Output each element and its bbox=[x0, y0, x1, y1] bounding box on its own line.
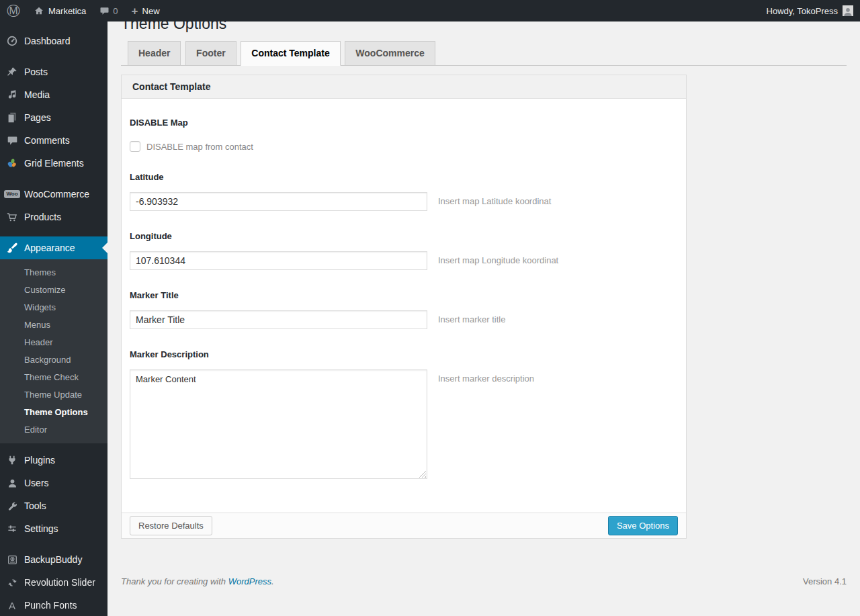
site-name: Marketica bbox=[48, 6, 86, 16]
appearance-submenu: Themes Customize Widgets Menus Header Ba… bbox=[0, 259, 108, 443]
sidebar-item-label: Settings bbox=[24, 523, 58, 534]
save-options-button[interactable]: Save Options bbox=[608, 516, 678, 535]
submenu-item-themes[interactable]: Themes bbox=[0, 264, 108, 281]
site-name-menu[interactable]: Marketica bbox=[27, 0, 93, 21]
marker-title-hint: Insert marker title bbox=[438, 314, 505, 324]
punch-fonts-icon: A bbox=[5, 599, 19, 612]
sidebar-item-posts[interactable]: Posts bbox=[0, 60, 108, 83]
appearance-icon bbox=[5, 241, 19, 255]
comment-bubble-icon bbox=[99, 6, 110, 16]
woocommerce-icon: Woo bbox=[5, 187, 19, 201]
sidebar-item-plugins[interactable]: Plugins bbox=[0, 449, 108, 472]
sidebar-item-woocommerce[interactable]: Woo WooCommerce bbox=[0, 183, 108, 206]
avatar bbox=[843, 5, 853, 16]
latitude-label: Latitude bbox=[130, 172, 678, 182]
sidebar-item-dashboard[interactable]: Dashboard bbox=[0, 30, 108, 52]
submenu-item-header[interactable]: Header bbox=[0, 334, 108, 351]
submenu-item-customize[interactable]: Customize bbox=[0, 281, 108, 299]
cart-icon bbox=[5, 210, 19, 224]
pages-icon bbox=[5, 111, 19, 124]
sidebar-item-backupbuddy[interactable]: BackupBuddy bbox=[0, 548, 108, 571]
panel-footer: Restore Defaults Save Options bbox=[122, 513, 686, 538]
sidebar-item-label: Comments bbox=[24, 135, 70, 146]
plus-icon: + bbox=[132, 5, 138, 17]
dashboard-icon bbox=[5, 34, 19, 48]
wordpress-logo-menu[interactable]: Ⓜ bbox=[0, 0, 27, 21]
sidebar-item-pages[interactable]: Pages bbox=[0, 106, 108, 129]
revolution-slider-icon bbox=[5, 576, 19, 589]
marker-description-hint: Insert marker description bbox=[438, 373, 534, 384]
comments-icon bbox=[5, 134, 19, 147]
latitude-hint: Insert map Latitude koordinat bbox=[438, 196, 551, 206]
marker-description-textarea[interactable]: Marker Content bbox=[130, 369, 427, 479]
new-label: New bbox=[142, 6, 160, 16]
sidebar-item-comments[interactable]: Comments bbox=[0, 129, 108, 152]
tab-header[interactable]: Header bbox=[128, 41, 181, 66]
disable-map-checkbox[interactable] bbox=[130, 141, 140, 152]
submenu-item-theme-options[interactable]: Theme Options bbox=[0, 404, 108, 421]
admin-bar: Ⓜ Marketica 0 + New Howdy, TokoPress bbox=[0, 0, 860, 21]
admin-sidebar: Dashboard Posts Media Pages Comments bbox=[0, 21, 108, 616]
panel-title: Contact Template bbox=[122, 75, 686, 99]
footer-thanks-text: Thank you for creating with bbox=[121, 576, 226, 586]
menu-separator bbox=[0, 443, 108, 449]
sidebar-item-grid-elements[interactable]: Grid Elements bbox=[0, 152, 108, 175]
sidebar-item-appearance[interactable]: Appearance bbox=[0, 236, 108, 259]
sidebar-item-label: Grid Elements bbox=[24, 158, 84, 169]
panel-body: DISABLE Map DISABLE map from contact Lat… bbox=[122, 118, 686, 513]
latitude-row: Insert map Latitude koordinat bbox=[130, 192, 678, 211]
sidebar-item-label: Tools bbox=[24, 500, 46, 511]
longitude-hint: Insert map Longitude koordinat bbox=[438, 255, 558, 265]
menu-separator bbox=[0, 52, 108, 60]
settings-icon bbox=[5, 522, 19, 535]
comment-count: 0 bbox=[113, 6, 118, 16]
sidebar-item-label: Users bbox=[24, 478, 49, 488]
sidebar-item-users[interactable]: Users bbox=[0, 472, 108, 494]
sidebar-item-media[interactable]: Media bbox=[0, 83, 108, 106]
menu-separator bbox=[0, 540, 108, 548]
sidebar-item-label: Revolution Slider bbox=[24, 577, 95, 588]
contact-template-panel: Contact Template DISABLE Map DISABLE map… bbox=[121, 75, 687, 539]
sidebar-item-label: Dashboard bbox=[24, 36, 71, 46]
sidebar-item-tools[interactable]: Tools bbox=[0, 494, 108, 517]
sidebar-item-settings[interactable]: Settings bbox=[0, 517, 108, 540]
tab-woocommerce[interactable]: WooCommerce bbox=[345, 41, 435, 66]
users-icon bbox=[5, 476, 19, 490]
sidebar-item-products[interactable]: Products bbox=[0, 206, 108, 228]
marker-title-input[interactable] bbox=[130, 310, 427, 329]
sidebar-item-punch-fonts[interactable]: A Punch Fonts bbox=[0, 594, 108, 616]
disable-map-checkbox-label: DISABLE map from contact bbox=[146, 142, 253, 152]
menu-separator bbox=[0, 228, 108, 236]
tab-contact-template[interactable]: Contact Template bbox=[241, 41, 340, 66]
submenu-item-menus[interactable]: Menus bbox=[0, 316, 108, 334]
submenu-item-editor[interactable]: Editor bbox=[0, 421, 108, 439]
grid-elements-icon bbox=[5, 157, 19, 170]
home-icon bbox=[34, 5, 44, 16]
disable-map-row: DISABLE map from contact bbox=[130, 141, 678, 152]
submenu-item-widgets[interactable]: Widgets bbox=[0, 299, 108, 316]
sidebar-item-revolution-slider[interactable]: Revolution Slider bbox=[0, 571, 108, 594]
submenu-item-theme-check[interactable]: Theme Check bbox=[0, 369, 108, 386]
marker-description-row: Marker Content Insert marker description bbox=[130, 369, 678, 479]
new-menu[interactable]: + New bbox=[125, 0, 167, 21]
media-icon bbox=[5, 88, 19, 101]
submenu-item-background[interactable]: Background bbox=[0, 351, 108, 369]
wordpress-link[interactable]: WordPress bbox=[228, 576, 271, 586]
restore-defaults-button[interactable]: Restore Defaults bbox=[130, 516, 212, 535]
plugin-icon bbox=[5, 453, 19, 467]
latitude-input[interactable] bbox=[130, 192, 427, 211]
tab-footer[interactable]: Footer bbox=[185, 41, 236, 66]
sidebar-item-label: WooCommerce bbox=[24, 189, 89, 200]
sidebar-item-label: Pages bbox=[24, 112, 51, 123]
comments-menu[interactable]: 0 bbox=[93, 0, 124, 21]
sidebar-item-label: Products bbox=[24, 212, 61, 222]
submenu-item-theme-update[interactable]: Theme Update bbox=[0, 386, 108, 404]
longitude-input[interactable] bbox=[130, 251, 427, 270]
disable-map-label: DISABLE Map bbox=[130, 118, 678, 128]
menu-separator bbox=[0, 175, 108, 183]
howdy-account-menu[interactable]: Howdy, TokoPress bbox=[756, 0, 860, 21]
marker-description-wrap: Marker Content bbox=[130, 369, 427, 479]
footer-period: . bbox=[271, 576, 274, 586]
tabs-bar: Header Footer Contact Template WooCommer… bbox=[121, 41, 847, 66]
main-content: Theme Options Header Footer Contact Temp… bbox=[108, 0, 860, 600]
